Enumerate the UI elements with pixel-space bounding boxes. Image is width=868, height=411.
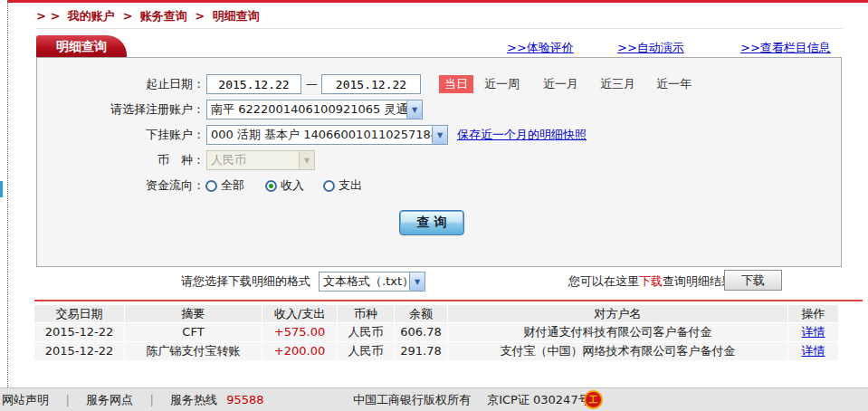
radio-checked-icon — [265, 180, 277, 192]
cell-currency: 人民币 — [338, 323, 394, 341]
cell-amount: +200.00 — [262, 342, 337, 360]
header-balance: 余额 — [395, 305, 447, 322]
icp-number: 京ICP证 030247号 — [487, 393, 590, 406]
download-inline-link[interactable]: 下载 — [639, 274, 663, 288]
experience-review-link[interactable]: >>体验评价 — [507, 40, 574, 56]
cell-balance: 291.78 — [395, 342, 447, 360]
sub-account-label: 下挂账户： — [37, 125, 205, 145]
flow-option-income-label: 收入 — [281, 177, 304, 194]
cell-date: 2015-12-22 — [34, 342, 124, 360]
download-format-label: 请您选择下载明细的格式 — [181, 272, 310, 292]
flow-option-expense-label: 支出 — [339, 177, 362, 194]
download-hint-prefix: 您可以在这里 — [568, 274, 639, 288]
top-accent-bar — [7, 0, 868, 3]
table-row: 2015-12-22 CFT +575.00 人民币 606.78 财付通支付科… — [34, 323, 833, 341]
query-form: 起止日期： — 当日 近一周 近一月 近三月 近一年 请选择注册账户： 南平 6… — [36, 57, 842, 267]
chevron-down-icon: ▼ — [409, 272, 424, 291]
breadcrumb-item-account-query[interactable]: 账务查询 — [140, 9, 187, 23]
page-title-tab: 明细查询 — [36, 35, 127, 58]
header-counterparty: 对方户名 — [448, 305, 787, 322]
header-currency: 币种 — [338, 305, 394, 322]
cell-summary: 陈广锦支付宝转账 — [125, 342, 262, 360]
page: > > 我的账户 > 账务查询 > 明细查询 明细查询 >>体验评价 >>自动演… — [0, 0, 868, 411]
detail-link[interactable]: 详情 — [802, 325, 825, 339]
flow-option-all[interactable]: 全部 — [205, 176, 244, 196]
download-hint: 您可以在这里下载查询明细结果 — [568, 272, 733, 292]
footer: 网站声明 ｜ 服务网点 ｜ 服务热线 95588 中国工商银行版权所有 京ICP… — [0, 387, 868, 411]
currency-label: 币 种： — [37, 150, 205, 170]
header-amount: 收入/支出 — [262, 305, 337, 322]
footer-separator: ｜ — [146, 393, 157, 406]
header-summary: 摘要 — [125, 305, 262, 322]
query-button[interactable]: 查 询 — [399, 210, 464, 235]
date-range-label: 起止日期： — [37, 74, 205, 94]
quick-range-week[interactable]: 近一周 — [484, 74, 520, 94]
service-outlets-link[interactable]: 服务网点 — [86, 393, 133, 406]
radio-unchecked-icon — [323, 180, 335, 192]
left-dotted-border — [7, 0, 8, 387]
quick-range-month[interactable]: 近一月 — [543, 74, 578, 94]
breadcrumb-prefix: > > — [36, 9, 60, 23]
table-row: 2015-12-22 陈广锦支付宝转账 +200.00 人民币 291.78 支… — [34, 342, 833, 360]
cell-date: 2015-12-22 — [34, 323, 124, 341]
header-date: 交易日期 — [34, 305, 124, 322]
breadcrumb-item-detail-query[interactable]: 明细查询 — [213, 9, 260, 23]
breadcrumb-separator: > — [195, 9, 205, 23]
date-from-input[interactable] — [206, 74, 301, 94]
registered-account-label: 请选择注册账户： — [37, 100, 205, 119]
download-format-select[interactable]: 文本格式（.txt） ▼ — [319, 272, 425, 292]
copyright-text: 中国工商银行版权所有 — [353, 393, 471, 406]
sub-account-select[interactable]: 000 活期 基本户 1406600101102571848 ▼ — [206, 125, 448, 145]
currency-value: 人民币 — [207, 151, 299, 169]
download-format-value: 文本格式（.txt） — [320, 272, 409, 291]
registered-account-select[interactable]: 南平 6222001406100921065 灵通卡 ▼ — [206, 100, 423, 119]
cell-counterparty: 财付通支付科技有限公司客户备付金 — [448, 323, 787, 341]
cell-currency: 人民币 — [338, 342, 394, 360]
hotline-label: 服务热线 — [170, 393, 217, 406]
flow-option-expense[interactable]: 支出 — [323, 176, 362, 196]
breadcrumb-divider — [36, 28, 843, 29]
header-action: 操作 — [788, 305, 838, 322]
quick-range-year[interactable]: 近一年 — [656, 74, 692, 94]
date-to-input[interactable] — [321, 74, 421, 94]
hotline-number: 95588 — [226, 393, 263, 406]
registered-account-value: 南平 6222001406100921065 灵通卡 — [207, 100, 406, 119]
footer-copyright: 中国工商银行版权所有 京ICP证 030247号 — [353, 392, 590, 408]
table-top-rule — [34, 300, 863, 301]
footer-separator: ｜ — [62, 393, 73, 406]
quick-range-quarter[interactable]: 近三月 — [600, 74, 635, 94]
cell-balance: 606.78 — [395, 323, 447, 341]
fund-flow-label: 资金流向： — [37, 176, 205, 196]
view-column-info-link[interactable]: >>查看栏目信息 — [740, 40, 831, 56]
detail-link[interactable]: 详情 — [802, 344, 825, 358]
icbc-emblem-icon: 工 — [584, 390, 603, 409]
cell-amount: +575.00 — [262, 323, 337, 341]
download-hint-suffix: 查询明细结果 — [663, 274, 733, 288]
currency-select: 人民币 ▼ — [206, 150, 315, 170]
chevron-down-icon: ▼ — [299, 151, 314, 169]
footer-links: 网站声明 ｜ 服务网点 ｜ 服务热线 95588 — [2, 392, 264, 408]
breadcrumb: > > 我的账户 > 账务查询 > 明细查询 — [36, 8, 263, 24]
quick-range-today[interactable]: 当日 — [439, 75, 473, 93]
table-header-row: 交易日期 摘要 收入/支出 币种 余额 对方户名 操作 — [34, 305, 833, 322]
sub-account-value: 000 活期 基本户 1406600101102571848 — [207, 126, 432, 144]
save-snapshot-link[interactable]: 保存近一个月的明细快照 — [457, 125, 587, 145]
flow-option-income[interactable]: 收入 — [265, 176, 304, 196]
transactions-table: 交易日期 摘要 收入/支出 币种 余额 对方户名 操作 2015-12-22 C… — [34, 305, 833, 361]
date-dash: — — [306, 74, 318, 94]
left-scroll-marker — [0, 181, 3, 197]
auto-demo-link[interactable]: >>自动演示 — [617, 40, 684, 56]
radio-unchecked-icon — [205, 180, 217, 192]
breadcrumb-item-my-account[interactable]: 我的账户 — [68, 9, 115, 23]
cell-summary: CFT — [125, 323, 262, 341]
download-button[interactable]: 下载 — [724, 270, 782, 291]
breadcrumb-separator: > — [122, 9, 132, 23]
site-statement-link[interactable]: 网站声明 — [2, 393, 49, 406]
cell-counterparty: 支付宝（中国）网络技术有限公司客户备付金 — [448, 342, 787, 360]
chevron-down-icon: ▼ — [406, 100, 422, 119]
flow-option-all-label: 全部 — [221, 177, 244, 194]
chevron-down-icon: ▼ — [432, 126, 447, 144]
